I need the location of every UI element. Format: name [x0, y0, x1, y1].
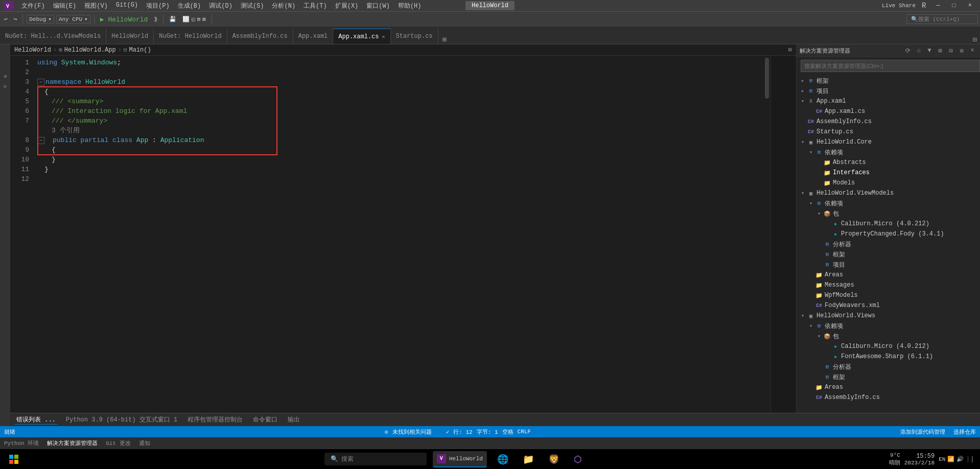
tree-item[interactable]: ▾XApp.xaml	[797, 96, 980, 106]
tree-item[interactable]: ⊞框架	[797, 249, 980, 260]
taskbar-app-helloworld[interactable]: V HelloWorld	[433, 451, 487, 467]
tree-item[interactable]: C#AssemblyInfo.cs	[797, 392, 980, 403]
editor-scrollbar[interactable]	[763, 56, 771, 413]
se-collapse-btn[interactable]: ⊟	[946, 46, 955, 55]
tree-item[interactable]: ▾📦包	[797, 208, 980, 219]
bottom-tab-errors[interactable]: 错误列表 ...	[14, 415, 58, 425]
tree-item[interactable]: C#App.xaml.cs	[797, 106, 980, 116]
tree-item[interactable]: ◈FontAwesome.Sharp (6.1.1)	[797, 351, 980, 362]
tree-arrow-icon[interactable]: ▾	[799, 313, 807, 319]
taskbar-search[interactable]: 🔍 搜索	[324, 453, 427, 465]
tree-arrow-icon[interactable]: ▾	[807, 323, 815, 329]
breadcrumb-project[interactable]: HelloWorld	[14, 46, 51, 54]
status-add-source[interactable]: 添加到源代码管理	[900, 428, 945, 436]
menu-extensions[interactable]: 扩展(X)	[333, 2, 361, 10]
panel-tab-notify[interactable]: 通知	[139, 439, 150, 447]
panel-tab-solution[interactable]: 解决方案资源管理器	[47, 439, 98, 447]
scrollbar-thumb[interactable]	[765, 58, 769, 99]
tab-app-xaml[interactable]: App.xaml	[293, 29, 334, 44]
tree-item[interactable]: 📁Interfaces	[797, 168, 980, 178]
minimize-btn[interactable]: —	[932, 2, 944, 9]
split-editor-btn[interactable]: ⊟	[970, 35, 980, 44]
menu-edit[interactable]: 编辑(E)	[51, 2, 79, 10]
tree-item[interactable]: C#FodyWeavers.xml	[797, 300, 980, 311]
taskbar-app-explorer[interactable]: 📁	[519, 451, 538, 467]
tree-item[interactable]: ▾⊞依赖项	[797, 321, 980, 331]
taskbar-app-edge[interactable]: 🌐	[493, 451, 512, 467]
tree-item[interactable]: ◈PropertyChanged.Fody (3.4.1)	[797, 229, 980, 239]
collapse-btn-8[interactable]: −	[37, 137, 44, 144]
tree-arrow-icon[interactable]: ▾	[815, 210, 823, 217]
attach-btn[interactable]: ⟫	[152, 15, 159, 24]
se-home-btn[interactable]: ⌂	[914, 46, 923, 55]
tree-item[interactable]: 📁Models	[797, 178, 980, 188]
tree-item[interactable]: 📁Areas	[797, 382, 980, 392]
taskbar-app-purple[interactable]: ⬡	[570, 451, 586, 467]
menu-git[interactable]: Git(G)	[114, 2, 140, 10]
title-bar-menu[interactable]: 文件(F) 编辑(E) 视图(V) Git(G) 项目(P) 生成(B) 调试(…	[19, 2, 424, 10]
se-tree[interactable]: ▸⊞框架▸⊞项目▾XApp.xamlC#App.xaml.csC#Assembl…	[797, 75, 980, 413]
se-search-input[interactable]	[801, 60, 980, 72]
se-settings-btn[interactable]: ⚙	[957, 46, 966, 55]
search-bar[interactable]: 🔍 搜索 (Ctrl+Q)	[906, 14, 978, 24]
save-btn[interactable]: 💾	[167, 15, 178, 24]
tree-arrow-icon[interactable]: ▸	[799, 78, 807, 84]
tree-arrow-icon[interactable]: ▾	[807, 200, 815, 206]
tab-close-icon[interactable]: ✕	[382, 34, 385, 40]
close-btn[interactable]: ×	[964, 2, 976, 9]
tree-item[interactable]: ⊞项目	[797, 260, 980, 270]
menu-debug[interactable]: 调试(D)	[207, 2, 235, 10]
panel-tab-python[interactable]: Python 环境	[4, 439, 39, 447]
code-content[interactable]: using System.Windows; − namespace HelloW…	[33, 56, 763, 413]
tree-arrow-icon[interactable]: ▾	[799, 190, 807, 196]
tray-show-desktop[interactable]: │	[968, 456, 974, 462]
menu-build[interactable]: 生成(B)	[176, 2, 203, 10]
tree-arrow-icon[interactable]: ▾	[799, 98, 807, 104]
tab-assemblyinfo[interactable]: AssemblyInfo.cs	[227, 29, 293, 44]
tree-item[interactable]: ⊞框架	[797, 372, 980, 382]
restore-btn[interactable]: □	[948, 2, 960, 9]
user-icon[interactable]: R	[920, 2, 928, 10]
menu-test[interactable]: 测试(S)	[239, 2, 266, 10]
tree-item[interactable]: ▾📦包	[797, 331, 980, 341]
menu-analyze[interactable]: 分析(N)	[270, 2, 297, 10]
live-share-btn[interactable]: Live Share	[882, 3, 916, 9]
se-sync-btn[interactable]: ⟳	[903, 46, 913, 55]
minimap[interactable]	[771, 56, 796, 413]
menu-window[interactable]: 窗口(W)	[364, 2, 392, 10]
menu-view[interactable]: 视图(V)	[82, 2, 110, 10]
tree-item[interactable]: ▸⊞框架	[797, 76, 980, 86]
tree-arrow-icon[interactable]: ▾	[807, 149, 815, 155]
bottom-tab-command[interactable]: 命令窗口	[251, 415, 279, 424]
tree-item[interactable]: C#Startup.cs	[797, 127, 980, 137]
status-repo[interactable]: 选择仓库	[953, 428, 976, 436]
tree-item[interactable]: ⊞分析器	[797, 362, 980, 372]
panel-tab-git[interactable]: Git 更改	[106, 439, 130, 447]
tree-arrow-icon[interactable]: ▾	[799, 139, 807, 145]
tray-network[interactable]: 📶	[947, 456, 954, 462]
tree-item[interactable]: ◈Caliburn.Micro (4.0.212)	[797, 219, 980, 229]
tab-nuget-helloworld[interactable]: NuGet: HelloWorld	[154, 29, 227, 44]
tree-item[interactable]: ▾⊞依赖项	[797, 147, 980, 157]
tree-item[interactable]: 📁Areas	[797, 270, 980, 280]
bottom-tab-python[interactable]: Python 3.9 (64-bit) 交互式窗口 1	[64, 415, 179, 424]
taskbar-app-brave[interactable]: 🦁	[544, 451, 564, 467]
start-button[interactable]	[6, 452, 21, 467]
menu-project[interactable]: 项目(P)	[144, 2, 172, 10]
bottom-tab-output[interactable]: 输出	[286, 415, 302, 424]
tree-item[interactable]: ▾⊞依赖项	[797, 198, 980, 208]
menu-help[interactable]: 帮助(H)	[396, 2, 424, 10]
code-editor[interactable]: 1 2 3 4 5 6 7 8 9 10 11 12	[10, 56, 796, 413]
tabs-overflow-btn[interactable]: ⊞	[438, 35, 451, 44]
tree-item[interactable]: 📁Abstracts	[797, 157, 980, 168]
tree-item[interactable]: ▾▣HelloWorld.Views	[797, 311, 980, 321]
run-btn[interactable]: ▶ HelloWorld	[98, 14, 150, 25]
se-filter-btn[interactable]: ▼	[925, 46, 934, 55]
tree-item[interactable]: C#AssemblyInfo.cs	[797, 116, 980, 127]
menu-file[interactable]: 文件(F)	[19, 2, 47, 10]
breadcrumb-class[interactable]: HelloWorld.App	[64, 46, 116, 54]
tree-arrow-icon[interactable]: ▸	[799, 88, 807, 94]
menu-tools[interactable]: 工具(T)	[301, 2, 329, 10]
tab-nuget-viewmodels[interactable]: NuGet: Hell...d.ViewModels	[0, 29, 106, 44]
tab-app-xaml-cs[interactable]: App.xaml.cs ✕	[333, 29, 390, 44]
